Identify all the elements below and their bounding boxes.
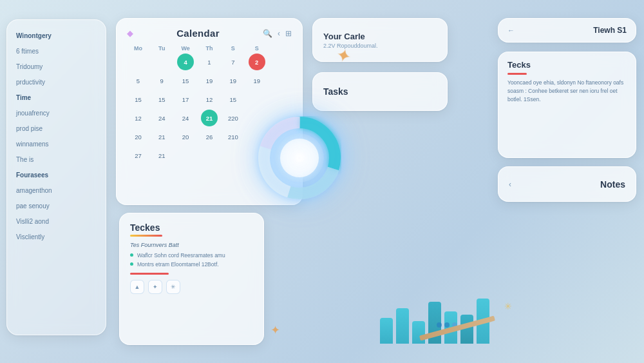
cal-header-extra bbox=[269, 45, 292, 52]
blue-circle-1 bbox=[437, 322, 442, 328]
tasks-card: Tasks bbox=[312, 72, 448, 111]
tecks-bar bbox=[507, 73, 527, 75]
cal-day bbox=[272, 91, 289, 108]
teckes-item-0: Waflcr Sohn cord Reesramates amu bbox=[130, 252, 253, 259]
diamond-icon: ◆ bbox=[127, 28, 133, 38]
cal-day[interactable]: 9 bbox=[153, 72, 170, 89]
cal-day[interactable] bbox=[153, 54, 170, 70]
sidebar-item-1: 6 ftimes bbox=[16, 47, 97, 56]
tecks-card-right: Tecks Yooncaed oye ehia, sldonyn No ftan… bbox=[498, 52, 636, 158]
cal-day[interactable] bbox=[129, 54, 146, 70]
cal-header-mo: Mo bbox=[127, 45, 149, 52]
search-icon[interactable]: 🔍 bbox=[263, 29, 272, 38]
wave-bar-3 bbox=[412, 321, 425, 344]
notes-back-arrow[interactable]: ‹ bbox=[509, 180, 511, 189]
calendar-week-1: 4 1 7 2 bbox=[127, 54, 292, 70]
cal-day[interactable]: 21 bbox=[153, 147, 170, 164]
sidebar-item-2: Tridoumy bbox=[16, 63, 97, 72]
timeline-card[interactable]: ← Tiewh S1 bbox=[498, 18, 636, 43]
cal-day-4[interactable]: 4 bbox=[177, 54, 194, 70]
sidebar: Winontgery 6 ftimes Tridoumy prductivity… bbox=[6, 19, 106, 335]
cal-day-21[interactable]: 21 bbox=[201, 110, 218, 126]
teckes-bottom-title: Teckes bbox=[130, 222, 253, 233]
cal-day[interactable]: 24 bbox=[177, 110, 194, 126]
cal-day bbox=[249, 91, 265, 108]
calendar-week-2: 5 9 15 19 19 19 bbox=[127, 72, 292, 89]
cal-day[interactable]: 20 bbox=[177, 128, 194, 145]
teckes-item-1: Montrs etram Eloomtamel 12Botf. bbox=[130, 261, 253, 268]
cal-day bbox=[272, 72, 289, 89]
donut-chart bbox=[258, 116, 341, 200]
cal-day[interactable]: 12 bbox=[129, 110, 146, 126]
cal-day[interactable]: 7 bbox=[225, 54, 242, 70]
cal-day[interactable]: 15 bbox=[153, 91, 170, 108]
sidebar-item-5: jnouafrency bbox=[16, 109, 97, 118]
blue-circle-2 bbox=[444, 322, 450, 328]
cal-day[interactable]: 19 bbox=[225, 72, 242, 89]
cal-day bbox=[201, 147, 218, 164]
chevron-left-icon[interactable]: ‹ bbox=[278, 29, 280, 38]
cal-day bbox=[177, 147, 194, 164]
teckes-gradient-bar bbox=[130, 235, 162, 237]
star-decoration-2: ✳ bbox=[504, 301, 512, 311]
wave-bar-1 bbox=[380, 318, 393, 344]
cal-day[interactable]: 1 bbox=[201, 54, 218, 70]
teckes-subtitle: Tes Fournvers Batt bbox=[130, 242, 253, 248]
tasks-label: Tasks bbox=[323, 86, 348, 97]
cal-day[interactable]: 19 bbox=[249, 72, 265, 89]
notes-card[interactable]: ‹ Notes bbox=[498, 166, 636, 202]
cal-day bbox=[225, 147, 242, 164]
cal-day[interactable]: 19 bbox=[201, 72, 218, 89]
cal-day-2[interactable]: 2 bbox=[249, 54, 265, 70]
circle-title: Your Carle bbox=[323, 32, 437, 41]
sidebar-item-12: Vislli2 aond bbox=[16, 217, 97, 226]
cal-day[interactable]: 5 bbox=[129, 72, 146, 89]
cal-day[interactable]: 20 bbox=[129, 128, 146, 145]
cal-day[interactable]: 220 bbox=[225, 110, 242, 126]
cal-header-s1: S bbox=[222, 45, 244, 52]
cal-day[interactable] bbox=[272, 54, 289, 70]
calendar-controls: 🔍 ‹ ⊞ bbox=[263, 29, 292, 38]
calendar-title: Calendar bbox=[176, 28, 220, 39]
teckes-bottom-card: Teckes Tes Fournvers Batt Waflcr Sohn co… bbox=[119, 213, 264, 345]
timeline-back-arrow[interactable]: ← bbox=[507, 26, 515, 34]
teckes-btn-triangle[interactable]: ▲ bbox=[130, 280, 144, 294]
sidebar-item-10: amagenthon bbox=[16, 186, 97, 195]
sidebar-item-6: prod pise bbox=[16, 124, 97, 133]
sidebar-item-9[interactable]: Fourasees bbox=[16, 171, 97, 180]
your-circle-card: Your Carle 2.2V Ropouddoumal. bbox=[312, 18, 448, 62]
sidebar-item-13: Viscliently bbox=[16, 233, 97, 242]
cal-day[interactable]: 12 bbox=[201, 91, 218, 108]
donut-svg bbox=[258, 116, 341, 200]
cal-day[interactable]: 15 bbox=[177, 72, 194, 89]
cal-header-we: We bbox=[175, 45, 197, 52]
teckes-item-text-0: Waflcr Sohn cord Reesramates amu bbox=[137, 252, 225, 259]
cal-header-s2: S bbox=[245, 45, 268, 52]
calendar-grid-icon[interactable]: ⊞ bbox=[285, 29, 292, 38]
cal-day[interactable]: 27 bbox=[129, 147, 146, 164]
sidebar-item-0[interactable]: Winontgery bbox=[16, 32, 97, 41]
wave-bar-2 bbox=[396, 308, 409, 344]
cal-day[interactable]: 24 bbox=[153, 110, 170, 126]
sidebar-item-3: prductivity bbox=[16, 78, 97, 87]
notes-title: Notes bbox=[600, 179, 625, 190]
teckes-bullet-1 bbox=[130, 262, 133, 266]
cal-header-th: Th bbox=[198, 45, 221, 52]
cal-header-tu: Tu bbox=[151, 45, 173, 52]
sidebar-item-4[interactable]: Time bbox=[16, 93, 97, 103]
teckes-item-text-1: Montrs etram Eloomtamel 12Botf. bbox=[137, 261, 219, 268]
star-decoration-1: ✦ bbox=[270, 323, 280, 337]
sidebar-item-8: The is bbox=[16, 155, 97, 164]
teckes-end-bar bbox=[130, 273, 169, 275]
cal-day[interactable]: 21 bbox=[153, 128, 170, 145]
calendar-header-row: Mo Tu We Th S S bbox=[127, 45, 292, 52]
cal-day[interactable]: 15 bbox=[129, 91, 146, 108]
svg-point-6 bbox=[280, 139, 319, 177]
cal-day[interactable]: 210 bbox=[225, 128, 242, 145]
cal-day[interactable]: 15 bbox=[225, 91, 242, 108]
cal-day[interactable]: 17 bbox=[177, 91, 194, 108]
cal-day[interactable]: 26 bbox=[201, 128, 218, 145]
teckes-btn-sparkle[interactable]: ✳ bbox=[166, 280, 180, 294]
calendar-week-3: 15 15 17 12 15 bbox=[127, 91, 292, 108]
teckes-btn-star[interactable]: ✦ bbox=[148, 280, 162, 294]
